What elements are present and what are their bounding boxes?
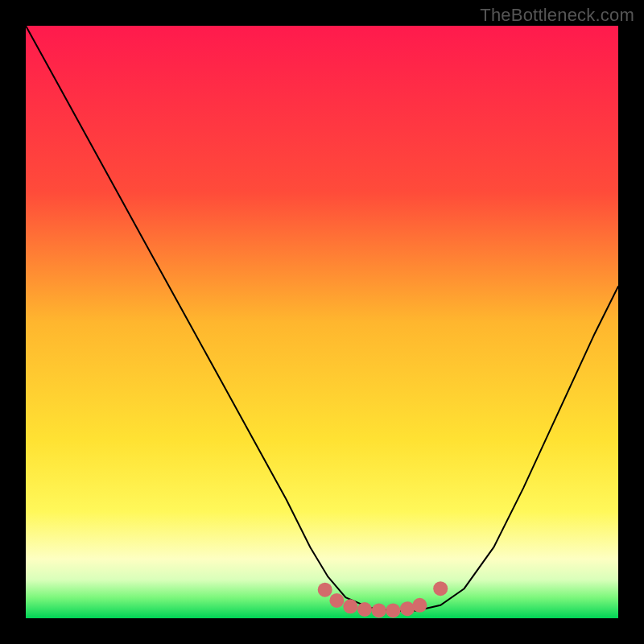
highlight-dot bbox=[400, 601, 415, 616]
highlight-dot bbox=[318, 583, 332, 597]
highlight-dot bbox=[386, 603, 400, 617]
highlight-dot bbox=[357, 602, 372, 617]
chart-frame: TheBottleneck.com bbox=[0, 0, 644, 644]
highlight-dot bbox=[343, 599, 357, 613]
bottleneck-chart bbox=[0, 0, 644, 644]
highlight-dot bbox=[329, 593, 344, 608]
plot-background bbox=[26, 26, 618, 618]
highlight-dot bbox=[412, 598, 427, 613]
highlight-dot bbox=[433, 581, 448, 596]
highlight-dot bbox=[372, 603, 386, 617]
watermark-text: TheBottleneck.com bbox=[480, 5, 634, 26]
